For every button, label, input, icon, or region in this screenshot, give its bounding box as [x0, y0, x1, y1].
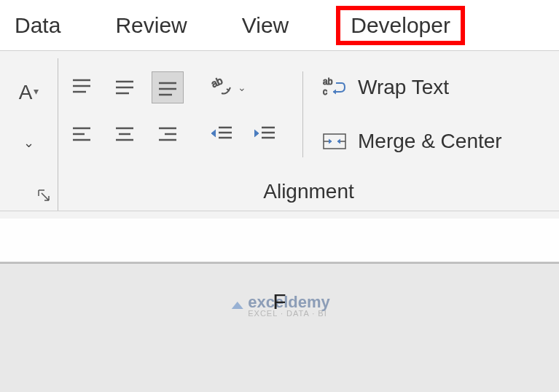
align-top-icon [70, 77, 93, 98]
letter-a-icon: A [19, 81, 33, 104]
font-dialog-launcher[interactable] [6, 181, 52, 203]
column-header-f[interactable]: F [273, 289, 286, 314]
wrap-text-button[interactable]: ab c Wrap Text [321, 71, 502, 103]
font-group-partial: A ▾ ⌄ [0, 58, 58, 211]
merge-center-button[interactable]: Merge & Center [321, 125, 502, 157]
font-dropdown[interactable]: ⌄ [6, 128, 52, 157]
alignment-group: ab ⌄ [58, 58, 559, 211]
chevron-down-icon: ⌄ [23, 135, 34, 151]
decrease-indent-icon [208, 124, 235, 144]
merge-center-label: Merge & Center [358, 130, 502, 153]
align-middle-icon [113, 77, 136, 98]
align-left-icon [70, 124, 93, 144]
chevron-down-icon: ⌄ [238, 82, 246, 93]
align-center-icon [113, 124, 136, 144]
align-center-button[interactable] [109, 118, 141, 150]
wrap-text-label: Wrap Text [358, 76, 449, 99]
alignment-group-label: Alignment [66, 176, 552, 203]
watermark-tagline: EXCEL · DATA · BI [248, 309, 330, 318]
orientation-icon: ab [208, 74, 235, 101]
tab-developer[interactable]: Developer [336, 6, 465, 45]
increase-indent-icon [251, 124, 278, 144]
align-right-button[interactable] [152, 118, 184, 150]
watermark-logo-icon [229, 297, 245, 313]
orientation-button[interactable]: ab ⌄ [206, 71, 249, 103]
launcher-icon [37, 189, 52, 203]
formula-bar[interactable] [0, 219, 559, 262]
merge-center-icon [321, 130, 348, 153]
increase-indent-button[interactable] [249, 118, 281, 150]
worksheet-area[interactable]: exceldemy EXCEL · DATA · BI F [0, 262, 559, 392]
decrease-font-size-button[interactable]: A ▾ [6, 71, 52, 104]
svg-text:ab: ab [209, 74, 224, 90]
tab-review[interactable]: Review [108, 7, 194, 44]
tab-data[interactable]: Data [7, 7, 68, 44]
caret-down-icon: ▾ [34, 85, 39, 97]
wrap-text-icon: ab c [321, 76, 348, 99]
tab-view[interactable]: View [235, 7, 296, 44]
svg-text:c: c [323, 87, 327, 97]
align-bottom-icon [156, 77, 179, 98]
align-middle-button[interactable] [109, 71, 141, 103]
svg-text:ab: ab [323, 77, 333, 87]
align-top-button[interactable] [66, 71, 98, 103]
align-bottom-button[interactable] [152, 71, 184, 103]
align-left-button[interactable] [66, 118, 98, 150]
decrease-indent-button[interactable] [206, 118, 238, 150]
align-right-icon [156, 124, 179, 144]
